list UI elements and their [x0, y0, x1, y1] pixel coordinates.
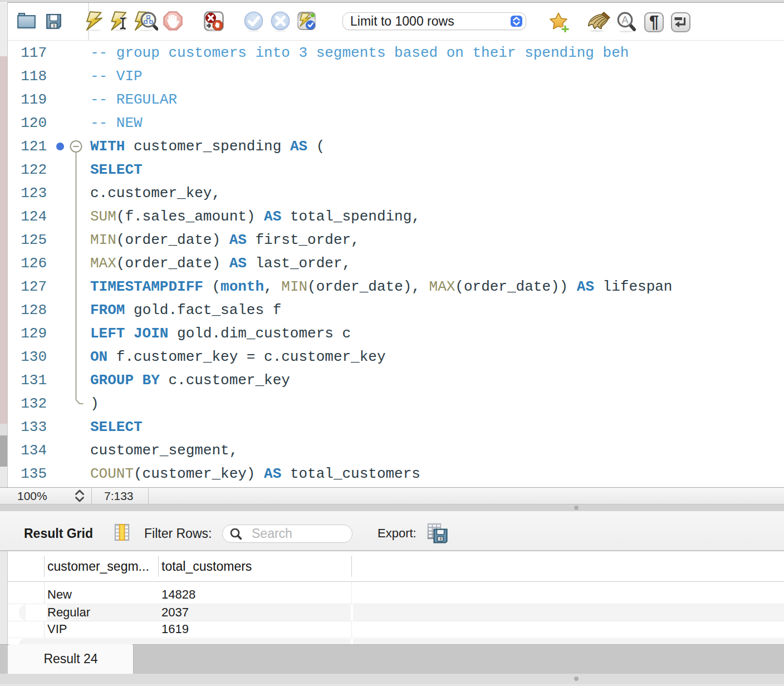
- svg-text:A: A: [621, 14, 628, 26]
